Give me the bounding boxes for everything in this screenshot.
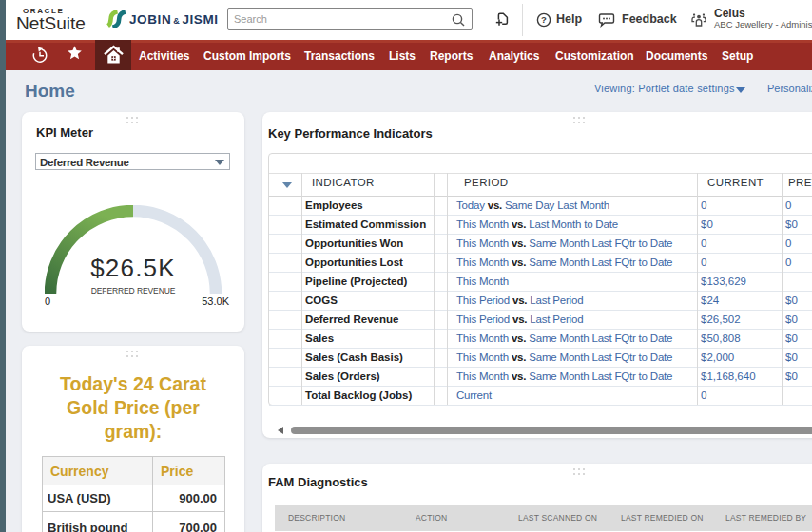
svg-text:?: ? [541, 14, 547, 25]
